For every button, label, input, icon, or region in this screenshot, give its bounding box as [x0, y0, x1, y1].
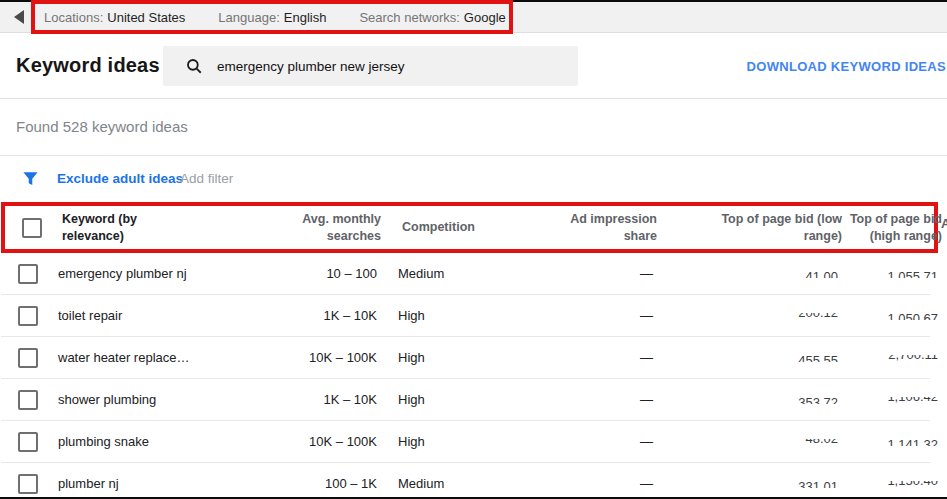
top-of-page-bid-high-cell: 1,150.40 — [838, 476, 938, 491]
top-of-page-bid-low-cell: 200.12 — [653, 308, 838, 323]
top-of-page-bid-low-cell: 331.01 — [653, 476, 838, 491]
row-checkbox[interactable] — [18, 432, 38, 452]
table-row: water heater replace…10K – 100KHigh—455.… — [1, 337, 930, 379]
back-arrow-icon[interactable] — [14, 10, 24, 24]
competition-cell: Medium — [377, 266, 537, 281]
ad-impression-share-cell: — — [537, 350, 653, 365]
page-title: Keyword ideas — [16, 33, 160, 98]
top-of-page-bid-low-cell: 41.00 — [653, 266, 838, 281]
download-keyword-ideas-button[interactable]: DOWNLOAD KEYWORD IDEAS — [747, 59, 946, 74]
language-label: Language: — [218, 10, 279, 25]
search-networks-setting[interactable]: Search networks:Google — [359, 10, 505, 25]
select-all-checkbox[interactable] — [22, 218, 42, 238]
avg-monthly-searches-cell: 10K – 100K — [241, 350, 377, 365]
competition-cell: Medium — [377, 476, 537, 491]
top-of-page-bid-high-cell: 1,141.32 — [838, 434, 938, 449]
competition-cell: High — [377, 308, 537, 323]
avg-monthly-searches-cell: 100 – 1K — [241, 476, 377, 491]
top-of-page-bid-high-cell: 1,055.71 — [838, 266, 938, 281]
column-header-ad-impression-share[interactable]: Ad impression share — [541, 211, 657, 244]
table-row: toilet repair1K – 10KHigh—200.121,050.67 — [1, 295, 930, 337]
avg-monthly-searches-cell: 10 – 100 — [241, 266, 377, 281]
keyword-cell: shower plumbing — [41, 392, 241, 407]
top-of-page-bid-low-cell: 353.72 — [653, 392, 838, 407]
keyword-cell: emergency plumber nj — [41, 266, 241, 281]
add-filter-button[interactable]: Add filter — [180, 156, 233, 202]
row-checkbox[interactable] — [18, 264, 38, 284]
language-value: English — [284, 10, 327, 25]
row-checkbox[interactable] — [18, 348, 38, 368]
top-of-page-bid-low-cell: 455.55 — [653, 350, 838, 365]
avg-monthly-searches-cell: 1K – 10K — [241, 308, 377, 323]
keyword-cell: plumber nj — [41, 476, 241, 491]
ad-impression-share-cell: — — [537, 392, 653, 407]
ad-impression-share-cell: — — [537, 476, 653, 491]
competition-cell: High — [377, 392, 537, 407]
search-networks-value: Google — [464, 10, 506, 25]
search-networks-label: Search networks: — [359, 10, 459, 25]
table-header-row: Keyword (by relevance) Avg. monthly sear… — [5, 211, 934, 244]
keyword-cell: toilet repair — [41, 308, 241, 323]
top-of-page-bid-high-cell: 1,106.42 — [838, 392, 938, 407]
top-of-page-bid-high-cell: 1,050.67 — [838, 308, 938, 323]
search-icon — [185, 57, 203, 75]
next-column-header-partial: A — [941, 216, 947, 231]
keyword-cell: water heater replace… — [41, 350, 241, 365]
column-header-keyword[interactable]: Keyword (by relevance) — [45, 211, 245, 244]
locations-setting[interactable]: Locations:United States — [44, 10, 185, 25]
language-setting[interactable]: Language:English — [218, 10, 326, 25]
ad-impression-share-cell: — — [537, 308, 653, 323]
top-of-page-bid-low-cell: 48.02 — [653, 434, 838, 449]
results-summary: Found 528 keyword ideas — [16, 99, 188, 155]
column-header-competition[interactable]: Competition — [381, 219, 541, 235]
exclude-adult-ideas-filter[interactable]: Exclude adult ideas — [57, 156, 183, 202]
search-query-text: emergency plumber new jersey — [217, 59, 405, 74]
annotation-highlight-table-header: Keyword (by relevance) Avg. monthly sear… — [1, 202, 938, 253]
ad-impression-share-cell: — — [537, 266, 653, 281]
table-row: plumber nj100 – 1KMedium—331.011,150.40 — [1, 463, 930, 499]
table-row: emergency plumber nj10 – 100Medium—41.00… — [1, 253, 930, 295]
locations-value: United States — [107, 10, 185, 25]
ad-impression-share-cell: — — [537, 434, 653, 449]
column-header-top-of-page-bid-low[interactable]: Top of page bid (low range) — [657, 211, 842, 244]
keyword-search-input[interactable]: emergency plumber new jersey — [163, 46, 578, 86]
keyword-table-body: emergency plumber nj10 – 100Medium—41.00… — [1, 253, 930, 499]
competition-cell: High — [377, 434, 537, 449]
row-checkbox[interactable] — [18, 474, 38, 494]
competition-cell: High — [377, 350, 537, 365]
locations-label: Locations: — [44, 10, 103, 25]
annotation-highlight-topbar: Locations:United States Language:English… — [31, 0, 513, 34]
row-checkbox[interactable] — [18, 390, 38, 410]
filter-bar: Exclude adult ideas Add filter — [0, 156, 947, 202]
table-row: shower plumbing1K – 10KHigh—353.721,106.… — [1, 379, 930, 421]
row-checkbox[interactable] — [18, 306, 38, 326]
avg-monthly-searches-cell: 10K – 100K — [241, 434, 377, 449]
column-header-top-of-page-bid-high[interactable]: Top of page bid (high range) — [842, 211, 942, 244]
keyword-cell: plumbing snake — [41, 434, 241, 449]
top-of-page-bid-high-cell: 2,700.11 — [838, 350, 938, 365]
table-row: plumbing snake10K – 100KHigh—48.021,141.… — [1, 421, 930, 463]
filter-funnel-icon[interactable] — [22, 170, 39, 187]
column-header-avg-monthly-searches[interactable]: Avg. monthly searches — [245, 211, 381, 244]
avg-monthly-searches-cell: 1K – 10K — [241, 392, 377, 407]
